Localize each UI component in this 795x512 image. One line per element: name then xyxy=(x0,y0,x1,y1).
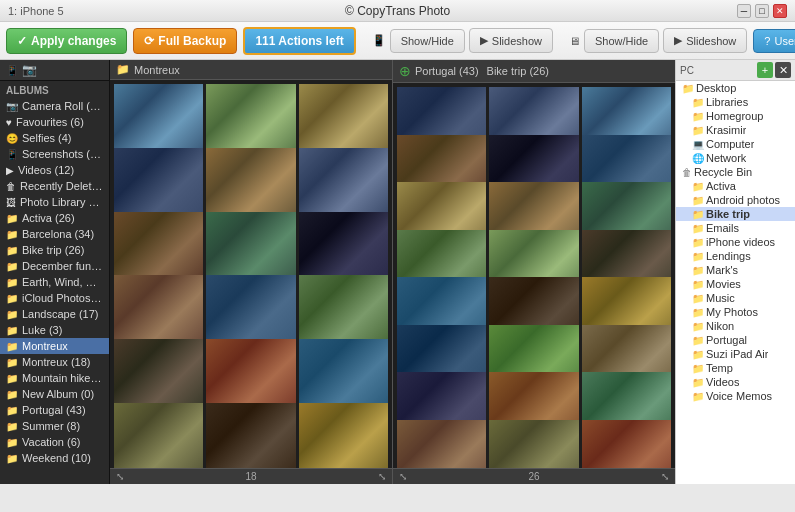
main-area: 📱 📷 Albums 📷Camera Roll (382)♥Favourites… xyxy=(0,60,795,484)
photo-thumbnail[interactable] xyxy=(206,84,295,151)
play-icon-2: ▶ xyxy=(674,34,682,47)
sidebar-item[interactable]: 📁December fun (10) xyxy=(0,258,109,274)
sidebar-item[interactable]: 📁iCloud Photos (20) xyxy=(0,290,109,306)
sidebar-item-icon: 📱 xyxy=(6,149,18,160)
sidebar-item-icon: 🖼 xyxy=(6,197,16,208)
photo-thumbnail[interactable] xyxy=(206,212,295,279)
tree-item[interactable]: 📁Music xyxy=(676,291,795,305)
sidebar-item[interactable]: 📷Camera Roll (382) xyxy=(0,98,109,114)
photo-thumbnail[interactable] xyxy=(206,148,295,215)
photo-thumbnail[interactable] xyxy=(206,275,295,342)
sidebar-item[interactable]: ♥Favourites (6) xyxy=(0,114,109,130)
photo-thumbnail[interactable] xyxy=(582,420,671,469)
tree-item[interactable]: 📁Activa xyxy=(676,179,795,193)
sidebar-item[interactable]: 📁Vacation (6) xyxy=(0,434,109,450)
sidebar-item[interactable]: 📁Earth, Wind, Fire (31) xyxy=(0,274,109,290)
photo-thumbnail[interactable] xyxy=(489,420,578,469)
user-guides-button[interactable]: ? User guides xyxy=(753,29,795,53)
sidebar-item[interactable]: 📁Summer (8) xyxy=(0,418,109,434)
photo-thumbnail[interactable] xyxy=(299,84,388,151)
photo-thumbnail[interactable] xyxy=(114,84,203,151)
tree-item[interactable]: 📁Krasimir xyxy=(676,123,795,137)
slideshow-button-1[interactable]: ▶ Slideshow xyxy=(469,28,553,53)
tree-item[interactable]: 📁Homegroup xyxy=(676,109,795,123)
tree-label: Desktop xyxy=(696,82,736,94)
sidebar-item[interactable]: 📁New Album (0) xyxy=(0,386,109,402)
sidebar-item[interactable]: 📁Luke (3) xyxy=(0,322,109,338)
photo-thumbnail[interactable] xyxy=(206,403,295,468)
tree-item[interactable]: 📁Suzi iPad Air xyxy=(676,347,795,361)
tree-item[interactable]: 📁Videos xyxy=(676,375,795,389)
photo-thumbnail[interactable] xyxy=(299,148,388,215)
photo-thumbnail[interactable] xyxy=(299,403,388,468)
iphone-icon: 📱 xyxy=(372,34,386,47)
sidebar-item[interactable]: 📱Screenshots (39) xyxy=(0,146,109,162)
show-hide-button-1[interactable]: Show/Hide xyxy=(390,29,465,53)
tree-item[interactable]: 💻Computer xyxy=(676,137,795,151)
tree-folder-icon: 📁 xyxy=(692,279,704,290)
file-tree-header: PC + ✕ xyxy=(676,60,795,81)
sidebar-item[interactable]: 📁Montreux (18) xyxy=(0,354,109,370)
full-backup-button[interactable]: ⟳ Full Backup xyxy=(133,28,237,54)
sidebar-item-icon: 📁 xyxy=(6,213,18,224)
sidebar-item[interactable]: 📁Mountain hikes (10) xyxy=(0,370,109,386)
sidebar-item[interactable]: ▶Videos (12) xyxy=(0,162,109,178)
sidebar-item[interactable]: 🗑Recently Deleted (2) xyxy=(0,178,109,194)
tree-item[interactable]: 📁Desktop xyxy=(676,81,795,95)
right-photo-grid xyxy=(393,83,675,468)
photo-thumbnail[interactable] xyxy=(114,403,203,468)
tree-label: iPhone videos xyxy=(706,236,775,248)
photo-thumbnail[interactable] xyxy=(114,275,203,342)
sidebar-item[interactable]: 🖼Photo Library (300) xyxy=(0,194,109,210)
add-folder-button[interactable]: + xyxy=(757,62,773,78)
sidebar-item[interactable]: 📁Montreux xyxy=(0,338,109,354)
tree-item[interactable]: 📁Libraries xyxy=(676,95,795,109)
sidebar-item[interactable]: 😊Selfies (4) xyxy=(0,130,109,146)
maximize-button[interactable]: □ xyxy=(755,4,769,18)
tree-item[interactable]: 📁Voice Memos xyxy=(676,389,795,403)
actions-left-button[interactable]: 111 Actions left xyxy=(243,27,355,55)
tree-item[interactable]: 📁Nikon xyxy=(676,319,795,333)
tree-item[interactable]: 📁Lendings xyxy=(676,249,795,263)
photo-thumbnail[interactable] xyxy=(114,339,203,406)
tree-items: 📁Desktop📁Libraries📁Homegroup📁Krasimir💻Co… xyxy=(676,81,795,403)
tree-item[interactable]: 📁My Photos xyxy=(676,305,795,319)
sidebar-item-label: Summer (8) xyxy=(22,420,80,432)
photo-thumbnail[interactable] xyxy=(206,339,295,406)
tree-label: Movies xyxy=(706,278,741,290)
sidebar-item[interactable]: 📁Weekend (10) xyxy=(0,450,109,466)
slideshow-button-2[interactable]: ▶ Slideshow xyxy=(663,28,747,53)
sidebar-item-label: Luke (3) xyxy=(22,324,62,336)
tree-label: Mark's xyxy=(706,264,738,276)
photo-thumbnail[interactable] xyxy=(299,339,388,406)
tree-item[interactable]: 🌐Network xyxy=(676,151,795,165)
show-hide-button-2[interactable]: Show/Hide xyxy=(584,29,659,53)
tree-item[interactable]: 📁Portugal xyxy=(676,333,795,347)
tree-label: Network xyxy=(706,152,746,164)
sidebar-item[interactable]: 📁Portugal (43) xyxy=(0,402,109,418)
sidebar-item-label: Vacation (6) xyxy=(22,436,81,448)
photo-thumbnail[interactable] xyxy=(299,212,388,279)
tree-item[interactable]: 📁Movies xyxy=(676,277,795,291)
tree-item[interactable]: 📁Bike trip xyxy=(676,207,795,221)
photo-thumbnail[interactable] xyxy=(114,148,203,215)
tree-item[interactable]: 📁Temp xyxy=(676,361,795,375)
sidebar-item[interactable]: 📁Barcelona (34) xyxy=(0,226,109,242)
tree-item[interactable]: 🗑Recycle Bin xyxy=(676,165,795,179)
apply-changes-button[interactable]: ✓ Apply changes xyxy=(6,28,127,54)
tree-item[interactable]: 📁Android photos xyxy=(676,193,795,207)
sidebar-item[interactable]: 📁Landscape (17) xyxy=(0,306,109,322)
tree-folder-icon: 🌐 xyxy=(692,153,704,164)
close-button[interactable]: ✕ xyxy=(773,4,787,18)
minimize-button[interactable]: ─ xyxy=(737,4,751,18)
photo-thumbnail[interactable] xyxy=(114,212,203,279)
photo-thumbnail[interactable] xyxy=(299,275,388,342)
photo-thumbnail[interactable] xyxy=(397,420,486,469)
tree-item[interactable]: 📁iPhone videos xyxy=(676,235,795,249)
tree-item[interactable]: 📁Mark's xyxy=(676,263,795,277)
remove-folder-button[interactable]: ✕ xyxy=(775,62,791,78)
sidebar-item-icon: 📁 xyxy=(6,341,18,352)
tree-item[interactable]: 📁Emails xyxy=(676,221,795,235)
sidebar-item[interactable]: 📁Activa (26) xyxy=(0,210,109,226)
sidebar-item[interactable]: 📁Bike trip (26) xyxy=(0,242,109,258)
